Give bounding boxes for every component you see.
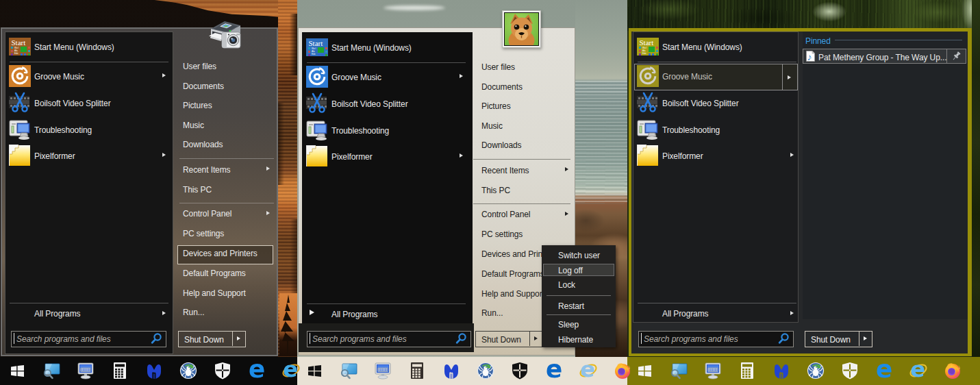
svg-text:Edv: Edv [642, 52, 646, 55]
svg-text:Edv: Edv [14, 52, 18, 55]
svg-text:Start: Start [309, 39, 323, 47]
svg-text:Start: Start [12, 38, 26, 47]
svg-text:Start: Start [640, 38, 654, 47]
svg-text:♪: ♪ [807, 51, 812, 62]
svg-text:Edv: Edv [312, 53, 316, 55]
